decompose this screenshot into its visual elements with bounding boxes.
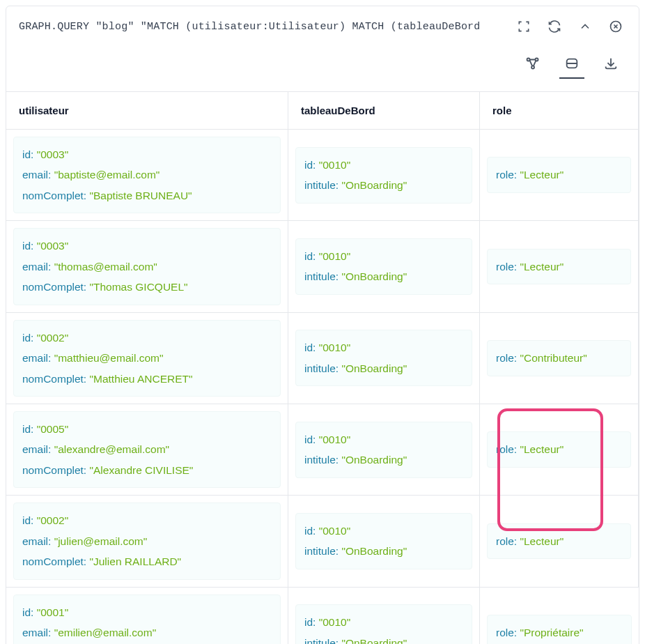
props-box: id: "0003"email: "baptiste@email.com"nom… [13,137,281,213]
prop-value: "alexandre@email.com" [54,443,169,455]
table-cell[interactable]: id: "0010"intitule: "OnBoarding" [288,588,480,644]
table-cell[interactable]: id: "0010"intitule: "OnBoarding" [288,130,480,221]
prop-value: "OnBoarding" [341,637,407,644]
column-header-tableaudebord[interactable]: tableauDeBord [288,92,480,130]
collapse-button[interactable] [575,16,596,37]
prop-line: role: "Lecteur" [496,164,622,185]
prop-line: nomComplet: "Alexandre CIVILISE" [22,460,272,480]
prop-value: "OnBoarding" [341,270,407,282]
prop-line: id: "0010" [304,521,463,541]
prop-key: id: [22,148,33,160]
prop-value: "Julien RAILLARD" [90,555,182,567]
column-header-role[interactable]: role [480,92,639,130]
prop-line: role: "Lecteur" [496,256,622,277]
prop-key: role: [496,261,517,273]
prop-key: nomComplet: [22,190,86,201]
table-cell[interactable]: id: "0010"intitule: "OnBoarding" [288,404,480,496]
props-box: role: "Lecteur" [487,249,631,284]
prop-line: email: "baptiste@email.com" [22,164,272,185]
prop-key: intitule: [304,545,339,557]
prop-key: nomComplet: [22,555,86,567]
column-header-utilisateur[interactable]: utilisateur [6,92,288,130]
prop-value: "Matthieu ANCERET" [90,373,193,385]
table-cell[interactable]: id: "0010"intitule: "OnBoarding" [288,313,480,404]
table-cell[interactable]: role: "Lecteur" [480,221,639,312]
props-box: id: "0005"email: "alexandre@email.com"no… [13,411,281,488]
prop-key: id: [304,159,316,171]
prop-key: nomComplet: [22,373,86,385]
prop-value: "Propriétaire" [520,627,583,638]
prop-line: role: "Propriétaire" [496,622,623,643]
prop-value: "Lecteur" [520,261,564,273]
props-box: id: "0010"intitule: "OnBoarding" [295,513,472,569]
prop-value: "0010" [319,616,351,628]
table-cell[interactable]: id: "0003"email: "baptiste@email.com"nom… [6,130,288,221]
prop-line: nomComplet: "Thomas GICQUEL" [22,277,272,297]
table-view-button[interactable] [559,54,584,79]
prop-value: "Thomas GICQUEL" [90,281,188,293]
prop-key: id: [304,616,316,628]
prop-value: "0010" [319,159,351,171]
props-box: role: "Propriétaire" [487,615,632,644]
close-button[interactable] [605,16,626,37]
table-cell[interactable]: id: "0005"email: "alexandre@email.com"no… [6,404,288,496]
props-box: id: "0002"email: "julien@email.com"nomCo… [13,503,281,579]
prop-key: id: [22,606,33,618]
table-cell[interactable]: id: "0002"email: "julien@email.com"nomCo… [6,496,288,587]
prop-value: "0003" [37,148,69,160]
prop-key: intitule: [304,179,339,191]
prop-value: "0001" [37,606,69,618]
prop-line: id: "0003" [22,144,272,164]
prop-key: id: [304,525,316,537]
prop-line: role: "Lecteur" [496,439,622,459]
table-cell[interactable]: id: "0010"intitule: "OnBoarding" [288,496,480,587]
query-result-panel: GRAPH.QUERY "blog" "MATCH (utilisateur:U… [6,6,639,644]
prop-value: "0010" [319,342,351,353]
prop-value: "baptiste@email.com" [54,169,160,181]
prop-key: role: [496,535,517,547]
table-cell[interactable]: id: "0010"intitule: "OnBoarding" [288,221,480,312]
prop-line: email: "thomas@email.com" [22,256,272,277]
prop-key: email: [22,352,51,364]
fullscreen-button[interactable] [513,16,534,37]
prop-key: role: [496,627,517,638]
prop-line: id: "0010" [304,612,463,632]
prop-value: "0002" [37,514,69,526]
props-box: id: "0010"intitule: "OnBoarding" [295,422,472,478]
props-box: id: "0001"email: "emilien@email.com"nomC… [13,595,281,644]
props-box: id: "0010"intitule: "OnBoarding" [295,238,472,295]
prop-key: id: [22,423,33,435]
prop-key: nomComplet: [22,281,86,293]
table-cell[interactable]: role: "Lecteur" [480,496,639,587]
table-cell[interactable]: role: "Lecteur" [480,130,639,221]
table-cell[interactable]: role: "Propriétaire" [480,588,639,644]
prop-value: "Baptiste BRUNEAU" [90,190,192,201]
table-cell[interactable]: id: "0003"email: "thomas@email.com"nomCo… [6,221,288,312]
prop-line: id: "0003" [22,236,272,256]
prop-key: id: [304,342,316,353]
chevron-up-icon [578,20,592,33]
table-cell[interactable]: role: "Contributeur" [480,313,639,404]
prop-value: "0010" [319,434,351,445]
download-icon [603,56,619,71]
prop-line: intitule: "OnBoarding" [304,175,463,195]
prop-value: "Lecteur" [520,535,564,547]
prop-value: "Lecteur" [520,169,564,181]
prop-line: intitule: "OnBoarding" [304,633,463,644]
table-cell[interactable]: id: "0001"email: "emilien@email.com"nomC… [6,588,288,644]
prop-key: email: [22,535,51,547]
prop-key: nomComplet: [22,464,86,476]
prop-key: id: [22,332,33,344]
table-cell[interactable]: id: "0002"email: "matthieu@email.com"nom… [6,313,288,404]
prop-line: intitule: "OnBoarding" [304,358,463,378]
table-cell[interactable]: role: "Lecteur" [480,404,639,496]
refresh-button[interactable] [544,16,565,37]
download-button[interactable] [598,54,623,79]
prop-key: intitule: [304,454,339,466]
prop-line: role: "Lecteur" [496,531,622,551]
prop-value: "OnBoarding" [341,454,407,466]
prop-line: email: "julien@email.com" [22,531,272,551]
prop-line: intitule: "OnBoarding" [304,450,463,470]
prop-line: intitule: "OnBoarding" [304,541,463,561]
graph-view-button[interactable] [520,54,545,79]
